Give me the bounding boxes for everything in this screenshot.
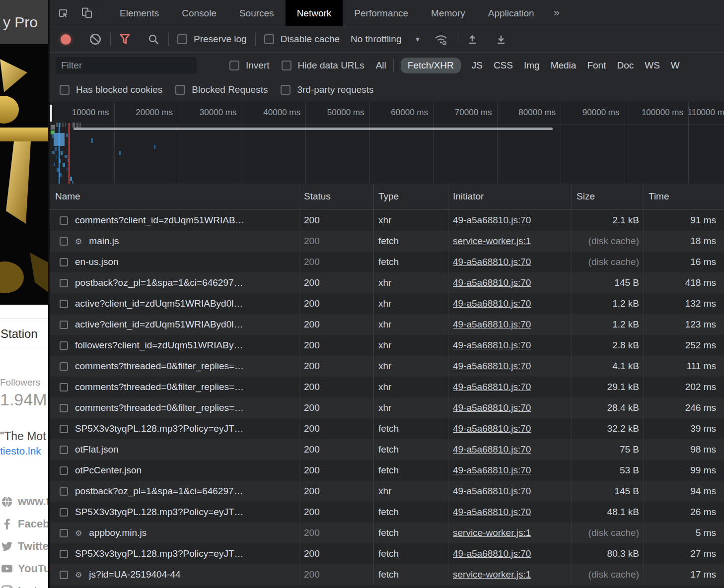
col-header-initiator[interactable]: Initiator xyxy=(448,184,572,209)
row-checkbox[interactable] xyxy=(60,466,68,475)
tab-memory[interactable]: Memory xyxy=(420,0,477,26)
row-checkbox[interactable] xyxy=(60,529,68,537)
table-row[interactable]: comments?threaded=0&filter_replies=…200x… xyxy=(50,356,724,377)
inspect-element-icon[interactable] xyxy=(58,7,69,19)
filter-type-media[interactable]: Media xyxy=(551,60,577,71)
hide-data-urls-checkbox[interactable] xyxy=(282,61,291,70)
social-link-faceb[interactable]: Faceb xyxy=(1,513,48,535)
filter-type-doc[interactable]: Doc xyxy=(617,60,634,71)
row-checkbox[interactable] xyxy=(60,341,68,350)
table-row[interactable]: otFlat.json200fetch49-a5a68810.js:7075 B… xyxy=(50,439,724,460)
row-checkbox[interactable] xyxy=(60,487,68,496)
initiator-link[interactable]: 49-a5a68810.js:70 xyxy=(453,277,531,288)
preserve-log-checkbox[interactable] xyxy=(177,34,187,44)
record-network-log-button[interactable] xyxy=(61,34,71,45)
table-row[interactable]: SP5X3v3tyqPL.128.mp3?Policy=eyJT…200fetc… xyxy=(50,502,724,523)
social-link-www-t[interactable]: www.t xyxy=(1,490,48,513)
filter-type-ws[interactable]: WS xyxy=(645,60,660,71)
row-checkbox[interactable] xyxy=(60,237,68,246)
export-har-icon[interactable] xyxy=(495,33,507,46)
invert-checkbox[interactable] xyxy=(229,61,239,70)
station-tab[interactable]: Station xyxy=(0,318,48,349)
initiator-link[interactable]: service-worker.js:1 xyxy=(453,236,531,247)
table-row[interactable]: en-us.json200fetch49-a5a68810.js:70(disk… xyxy=(50,252,724,272)
row-checkbox[interactable] xyxy=(60,279,68,287)
blocked-requests-checkbox[interactable] xyxy=(175,85,185,95)
table-row[interactable]: ⚙js?id=UA-2519404-44200fetchservice-work… xyxy=(50,564,724,585)
has-blocked-cookies-checkbox[interactable] xyxy=(60,85,70,95)
row-checkbox[interactable] xyxy=(60,216,68,225)
row-checkbox[interactable] xyxy=(60,571,68,579)
col-header-size[interactable]: Size xyxy=(572,184,644,209)
filter-type-w[interactable]: W xyxy=(671,60,680,71)
row-checkbox[interactable] xyxy=(60,300,68,308)
tab-application[interactable]: Application xyxy=(477,0,546,26)
table-row[interactable]: ⚙main.js200fetchservice-worker.js:1(disk… xyxy=(50,231,724,252)
tab-network[interactable]: Network xyxy=(286,0,343,26)
col-header-type[interactable]: Type xyxy=(374,184,448,209)
row-checkbox[interactable] xyxy=(60,362,68,371)
initiator-link[interactable]: service-worker.js:1 xyxy=(453,569,531,580)
col-header-status[interactable]: Status xyxy=(299,184,374,209)
filter-type-css[interactable]: CSS xyxy=(494,60,513,71)
network-conditions-icon[interactable] xyxy=(434,32,448,46)
col-header-time[interactable]: Time xyxy=(644,184,724,209)
initiator-link[interactable]: 49-a5a68810.js:70 xyxy=(453,507,531,518)
initiator-link[interactable]: 49-a5a68810.js:70 xyxy=(453,257,531,267)
disable-cache-checkbox[interactable] xyxy=(264,34,274,44)
filter-type-font[interactable]: Font xyxy=(587,60,606,71)
initiator-link[interactable]: 49-a5a68810.js:70 xyxy=(453,402,531,413)
social-link-youtu[interactable]: YouTu xyxy=(1,557,48,580)
throttling-select[interactable]: No throttling xyxy=(351,34,401,45)
table-row[interactable]: followers?client_id=zdUqm51WRIABy…200xhr… xyxy=(50,335,724,356)
initiator-link[interactable]: 49-a5a68810.js:70 xyxy=(453,465,531,476)
row-checkbox[interactable] xyxy=(60,446,68,454)
initiator-link[interactable]: 49-a5a68810.js:70 xyxy=(453,340,531,351)
table-row[interactable]: SP5X3v3tyqPL.128.mp3?Policy=eyJT…200fetc… xyxy=(50,543,724,564)
filter-toggle-icon[interactable] xyxy=(119,33,132,46)
row-checkbox[interactable] xyxy=(60,404,68,412)
initiator-link[interactable]: 49-a5a68810.js:70 xyxy=(453,298,531,309)
initiator-link[interactable]: 49-a5a68810.js:70 xyxy=(453,423,531,434)
tab-console[interactable]: Console xyxy=(170,0,228,26)
table-row[interactable]: postback?oz_pl=1&spa=1&ci=646297…200xhr4… xyxy=(50,481,724,502)
filter-type-img[interactable]: Img xyxy=(524,60,540,71)
filter-type-all[interactable]: All xyxy=(376,60,386,71)
table-row[interactable]: active?client_id=zdUqm51WRIAByd0l…200xhr… xyxy=(50,314,724,335)
more-tabs-chevron-icon[interactable]: » xyxy=(554,6,560,19)
row-checkbox[interactable] xyxy=(60,321,68,329)
tab-elements[interactable]: Elements xyxy=(108,0,170,26)
tab-performance[interactable]: Performance xyxy=(343,0,420,26)
3rd-party-requests-checkbox[interactable] xyxy=(281,85,290,95)
table-row[interactable]: comments?client_id=zdUqm51WRIAB…200xhr49… xyxy=(50,210,724,231)
throttling-caret-icon[interactable]: ▼ xyxy=(414,36,421,43)
initiator-link[interactable]: 49-a5a68810.js:70 xyxy=(453,444,531,455)
initiator-link[interactable]: 49-a5a68810.js:70 xyxy=(453,548,531,559)
table-row[interactable]: comments?threaded=0&filter_replies=…200x… xyxy=(50,377,724,397)
clear-network-log-icon[interactable] xyxy=(89,33,102,46)
row-checkbox[interactable] xyxy=(60,383,68,392)
import-har-icon[interactable] xyxy=(466,33,479,46)
network-overview-timeline[interactable]: 10000 ms20000 ms30000 ms40000 ms50000 ms… xyxy=(50,102,724,184)
tab-sources[interactable]: Sources xyxy=(228,0,286,26)
table-row[interactable]: comments?threaded=0&filter_replies=…200x… xyxy=(50,397,724,418)
initiator-link[interactable]: 49-a5a68810.js:70 xyxy=(453,382,531,392)
table-row[interactable]: ⚙appboy.min.js200fetchservice-worker.js:… xyxy=(50,523,724,543)
row-checkbox[interactable] xyxy=(60,258,68,266)
row-checkbox[interactable] xyxy=(60,425,68,433)
initiator-link[interactable]: 49-a5a68810.js:70 xyxy=(453,361,531,372)
device-toolbar-icon[interactable] xyxy=(81,7,93,19)
social-link-instag[interactable]: Instag xyxy=(1,580,48,588)
row-checkbox[interactable] xyxy=(60,508,68,517)
filter-input[interactable] xyxy=(56,57,197,73)
row-checkbox[interactable] xyxy=(60,550,68,558)
col-header-name[interactable]: Name xyxy=(50,184,299,209)
initiator-link[interactable]: 49-a5a68810.js:70 xyxy=(453,486,531,497)
filter-type-fetch-xhr[interactable]: Fetch/XHR xyxy=(401,58,461,73)
table-row[interactable]: SP5X3v3tyqPL.128.mp3?Policy=eyJT…200fetc… xyxy=(50,418,724,439)
table-row[interactable]: postback?oz_pl=1&spa=1&ci=646297…200xhr4… xyxy=(50,272,724,293)
initiator-link[interactable]: 49-a5a68810.js:70 xyxy=(453,215,531,226)
initiator-link[interactable]: 49-a5a68810.js:70 xyxy=(453,319,531,330)
bio-link[interactable]: tiesto.lnk xyxy=(0,445,41,457)
initiator-link[interactable]: service-worker.js:1 xyxy=(453,527,531,538)
